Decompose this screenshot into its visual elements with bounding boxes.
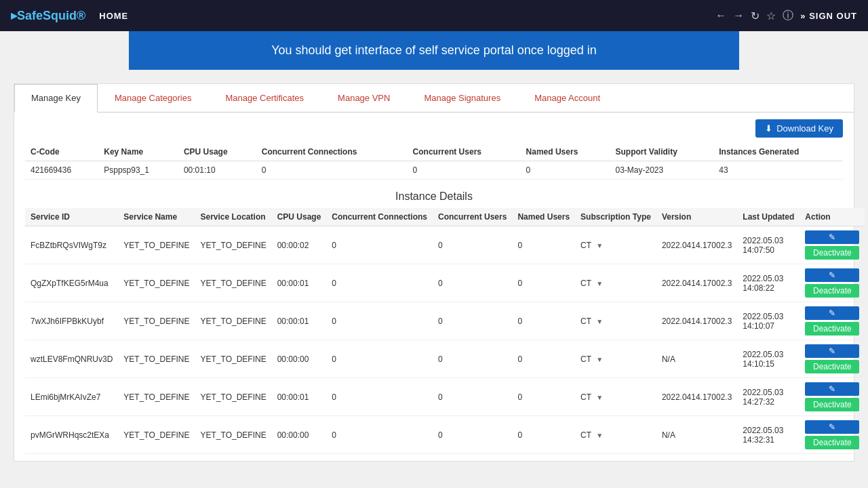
tab-manage-signatures[interactable]: Manage Signatures — [407, 84, 517, 112]
list-item: 0 — [326, 416, 433, 454]
tab-manage-account[interactable]: Manage Account — [517, 84, 617, 112]
edit-button[interactable]: ✎ — [805, 230, 859, 244]
edit-button[interactable]: ✎ — [805, 268, 859, 282]
star-icon[interactable]: ☆ — [766, 9, 776, 22]
list-item: 0 — [326, 340, 433, 378]
list-item: 0 — [433, 302, 512, 340]
inst-col-version: Version — [656, 208, 737, 226]
table-row: 7wXJh6IFPBkKUybfYET_TO_DEFINEYET_TO_DEFI… — [25, 302, 865, 340]
edit-button[interactable]: ✎ — [805, 306, 859, 320]
cell-action: ✎Deactivate — [800, 264, 865, 302]
cell-lastupdated: 2022.05.03 14:10:15 — [737, 340, 800, 378]
table-row: LEmi6bjMrKAIvZe7YET_TO_DEFINEYET_TO_DEFI… — [25, 378, 865, 416]
refresh-icon[interactable]: ↻ — [751, 9, 760, 22]
col-ccode: C-Code — [25, 143, 98, 161]
chevron-down-icon: ▼ — [596, 394, 603, 401]
cell-subtype: CT ▼ — [575, 340, 656, 378]
cell-instancesgenerated: 43 — [713, 161, 843, 180]
list-item: YET_TO_DEFINE — [118, 302, 195, 340]
col-concusers: Concurrent Users — [408, 143, 521, 161]
deactivate-button[interactable]: Deactivate — [805, 360, 859, 373]
list-item: 0 — [512, 340, 575, 378]
table-row: 421669436 Psppsp93_1 00:01:10 0 0 0 03-M… — [25, 161, 843, 180]
signout-button[interactable]: » SIGN OUT — [800, 11, 857, 21]
col-namedusers: Named Users — [521, 143, 610, 161]
cell-subtype: CT ▼ — [575, 226, 656, 264]
tab-manage-vpn[interactable]: Manage VPN — [321, 84, 407, 112]
topnav: ▸SafeSquid® HOME ← → ↻ ☆ ⓘ » SIGN OUT — [0, 0, 868, 31]
deactivate-button[interactable]: Deactivate — [805, 246, 859, 260]
download-btn-row: ⬇ Download Key — [25, 119, 843, 138]
cell-action: ✎Deactivate — [800, 302, 865, 340]
list-item: YET_TO_DEFINE — [118, 340, 195, 378]
cell-version: N/A — [656, 340, 737, 378]
help-icon[interactable]: ⓘ — [783, 9, 793, 23]
list-item: 00:00:01 — [272, 264, 327, 302]
download-key-button[interactable]: ⬇ Download Key — [755, 119, 843, 138]
cell-lastupdated: 2022.05.03 14:08:22 — [737, 264, 800, 302]
cell-concusers: 0 — [408, 161, 521, 180]
cell-cpuusage: 00:01:10 — [178, 161, 256, 180]
cell-subtype: CT ▼ — [575, 302, 656, 340]
cell-subtype: CT ▼ — [575, 416, 656, 454]
inst-col-servicename: Service Name — [118, 208, 195, 226]
back-icon[interactable]: ← — [715, 9, 726, 22]
list-item: 0 — [326, 226, 433, 264]
list-item: YET_TO_DEFINE — [195, 302, 272, 340]
inst-col-concconn: Concurrent Connections — [326, 208, 433, 226]
forward-icon[interactable]: → — [733, 9, 744, 22]
tab-bar: Manage Key Manage Categories Manage Cert… — [14, 84, 854, 113]
inst-col-namedusers: Named Users — [512, 208, 575, 226]
list-item: 00:00:01 — [272, 302, 327, 340]
tab-manage-key[interactable]: Manage Key — [14, 84, 98, 113]
cell-version: 2022.0414.17002.3 — [656, 302, 737, 340]
chevron-down-icon: ▼ — [596, 280, 603, 287]
inst-col-serviceid: Service ID — [25, 208, 118, 226]
list-item: YET_TO_DEFINE — [195, 416, 272, 454]
list-item: 0 — [512, 226, 575, 264]
list-item: YET_TO_DEFINE — [118, 226, 195, 264]
tab-manage-certificates[interactable]: Manage Certificates — [208, 84, 321, 112]
cell-version: N/A — [656, 416, 737, 454]
list-item: FcBZtbRQsVIWgT9z — [25, 226, 118, 264]
topnav-right: ← → ↻ ☆ ⓘ » SIGN OUT — [715, 9, 857, 23]
home-link[interactable]: HOME — [99, 11, 128, 21]
list-item: wztLEV8FmQNRUv3D — [25, 340, 118, 378]
cell-version: 2022.0414.17002.3 — [656, 226, 737, 264]
key-table: C-Code Key Name CPU Usage Concurrent Con… — [25, 143, 843, 180]
table-row: pvMGrWRHqsc2tEXaYET_TO_DEFINEYET_TO_DEFI… — [25, 416, 865, 454]
col-cpuusage: CPU Usage — [178, 143, 256, 161]
cell-action: ✎Deactivate — [800, 416, 865, 454]
deactivate-button[interactable]: Deactivate — [805, 436, 859, 449]
list-item: 0 — [326, 264, 433, 302]
list-item: 0 — [433, 340, 512, 378]
cell-supportvalidity: 03-May-2023 — [610, 161, 714, 180]
inst-col-lastupdated: Last Updated — [737, 208, 800, 226]
list-item: 00:00:01 — [272, 378, 327, 416]
deactivate-button[interactable]: Deactivate — [805, 284, 859, 298]
col-supportvalidity: Support Validity — [610, 143, 714, 161]
chevron-down-icon: ▼ — [596, 318, 603, 325]
cell-action: ✎Deactivate — [800, 378, 865, 416]
list-item: 0 — [326, 302, 433, 340]
list-item: LEmi6bjMrKAIvZe7 — [25, 378, 118, 416]
cell-keyname: Psppsp93_1 — [98, 161, 178, 180]
list-item: pvMGrWRHqsc2tEXa — [25, 416, 118, 454]
table-row: wztLEV8FmQNRUv3DYET_TO_DEFINEYET_TO_DEFI… — [25, 340, 865, 378]
edit-button[interactable]: ✎ — [805, 344, 859, 358]
tab-manage-categories[interactable]: Manage Categories — [98, 84, 208, 112]
list-item: 0 — [512, 302, 575, 340]
edit-button[interactable]: ✎ — [805, 382, 859, 396]
list-item: 0 — [326, 378, 433, 416]
inst-col-concusers: Concurrent Users — [433, 208, 512, 226]
list-item: 0 — [433, 264, 512, 302]
edit-button[interactable]: ✎ — [805, 420, 859, 434]
list-item: 0 — [512, 416, 575, 454]
cell-version: 2022.0414.17002.3 — [656, 378, 737, 416]
deactivate-button[interactable]: Deactivate — [805, 322, 859, 336]
table-row: QgZXpTfKEG5rM4uaYET_TO_DEFINEYET_TO_DEFI… — [25, 264, 865, 302]
list-item: 7wXJh6IFPBkKUybf — [25, 302, 118, 340]
table-row: FcBZtbRQsVIWgT9zYET_TO_DEFINEYET_TO_DEFI… — [25, 226, 865, 264]
cell-action: ✎Deactivate — [800, 226, 865, 264]
deactivate-button[interactable]: Deactivate — [805, 398, 859, 411]
